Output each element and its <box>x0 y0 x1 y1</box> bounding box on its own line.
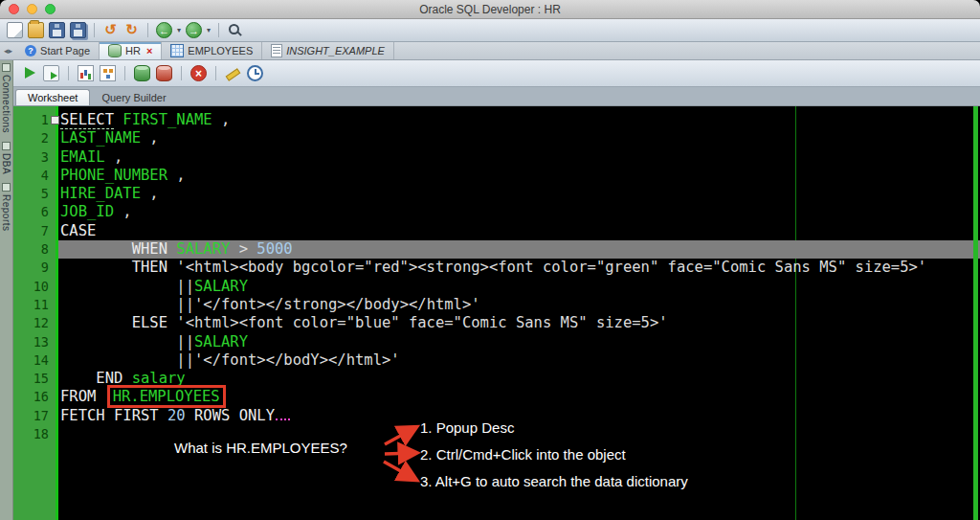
code-text: CASE <box>56 222 980 240</box>
new-file-icon[interactable] <box>7 22 23 38</box>
code-text: ||SALARY <box>56 333 980 351</box>
close-tab-icon[interactable]: × <box>146 45 152 57</box>
table-icon <box>170 44 184 57</box>
code-line-12[interactable]: 12 ELSE '<html><font color="blue" face="… <box>13 314 980 332</box>
undo-icon[interactable] <box>102 22 119 38</box>
dropdown-icon[interactable]: ▾ <box>177 26 181 34</box>
code-line-13[interactable]: 13 ||SALARY <box>13 333 980 351</box>
dropdown-icon[interactable]: ▾ <box>207 26 211 34</box>
line-number: 12 <box>13 314 56 332</box>
tab-worksheet[interactable]: Worksheet <box>15 89 90 105</box>
dock-tab-label: Connections <box>1 75 11 133</box>
start-page-icon <box>25 45 36 57</box>
tab-label: INSIGHT_EXAMPLE <box>286 45 385 57</box>
close-window-icon[interactable] <box>9 4 19 14</box>
line-number: 10 <box>13 278 56 296</box>
sql-editor[interactable]: 1SELECT FIRST_NAME ,2LAST_NAME ,3EMAIL ,… <box>13 106 980 520</box>
code-text: THEN '<html><body bgcolor="red"><strong>… <box>56 259 980 277</box>
tab-label: EMPLOYEES <box>188 45 253 57</box>
rollback-icon[interactable] <box>156 65 172 81</box>
run-statement-icon[interactable] <box>21 65 37 81</box>
dock-tab-icon <box>2 63 11 72</box>
toolbar-separator <box>68 66 69 80</box>
dock-tab-reports[interactable]: Reports <box>1 183 11 232</box>
code-line-3[interactable]: 3EMAIL , <box>13 148 980 167</box>
commit-icon[interactable] <box>134 65 150 81</box>
autotrace-icon[interactable] <box>78 65 94 81</box>
line-number: 9 <box>13 259 56 277</box>
code-line-8[interactable]: 8 WHEN SALARY > 5000 <box>13 240 980 259</box>
dock-tab-dba[interactable]: DBA <box>1 142 11 174</box>
code-line-11[interactable]: 11 ||'</font></strong></body></html>' <box>13 296 980 314</box>
code-text: ||SALARY <box>56 278 980 296</box>
line-number: 17 <box>13 407 56 425</box>
worksheet-tab-row: Worksheet Query Builder <box>13 87 980 106</box>
back-icon[interactable] <box>156 22 172 38</box>
code-line-14[interactable]: 14 ||'</font></bodY></html>' <box>13 351 980 370</box>
dock-tab-label: Reports <box>1 194 11 232</box>
tab-hr[interactable]: HR × <box>100 42 162 59</box>
forward-icon[interactable] <box>186 22 202 38</box>
tab-query-builder[interactable]: Query Builder <box>90 90 177 105</box>
line-number: 15 <box>13 370 56 388</box>
dock-tab-label: DBA <box>1 153 11 174</box>
code-text: FROM HR.EMPLOYEES <box>56 388 980 406</box>
code-line-2[interactable]: 2LAST_NAME , <box>13 129 980 147</box>
code-line-17[interactable]: 17FETCH FIRST 20 ROWS ONLY <box>13 407 980 425</box>
database-icon <box>108 44 122 57</box>
main-toolbar: ▾▾ <box>0 19 980 42</box>
code-line-4[interactable]: 4PHONE_NUMBER , <box>13 167 980 185</box>
window-controls <box>9 4 56 14</box>
code-text <box>56 425 980 443</box>
save-icon[interactable] <box>49 22 65 38</box>
line-number: 4 <box>13 167 56 185</box>
code-text: HIRE_DATE , <box>56 185 980 203</box>
tab-insight-example[interactable]: INSIGHT_EXAMPLE <box>262 42 394 59</box>
code-text: ||'</font></bodY></html>' <box>56 351 980 370</box>
code-line-10[interactable]: 10 ||SALARY <box>13 278 980 296</box>
editor-left-bar <box>56 106 58 520</box>
title-bar: Oracle SQL Developer : HR <box>0 0 980 19</box>
history-icon[interactable] <box>247 65 263 81</box>
open-folder-icon[interactable] <box>28 22 44 38</box>
code-line-1[interactable]: 1SELECT FIRST_NAME , <box>13 111 980 129</box>
editor-scrollbar[interactable] <box>973 106 978 520</box>
worksheet-file-icon <box>271 44 282 57</box>
line-number: 7 <box>13 222 56 240</box>
cancel-icon[interactable] <box>190 65 207 81</box>
tab-list-icon[interactable]: ◂▸ <box>0 42 16 59</box>
zoom-window-icon[interactable] <box>45 4 56 14</box>
explain-plan-icon[interactable] <box>100 65 116 81</box>
code-text: FETCH FIRST 20 ROWS ONLY <box>56 407 980 425</box>
code-line-5[interactable]: 5HIRE_DATE , <box>13 185 980 203</box>
tab-start-page[interactable]: Start Page <box>16 42 100 59</box>
tab-label: HR <box>125 45 141 57</box>
run-script-icon[interactable] <box>43 65 59 81</box>
code-line-16[interactable]: 16FROM HR.EMPLOYEES <box>13 388 980 406</box>
code-text: LAST_NAME , <box>56 129 980 147</box>
redo-icon[interactable] <box>123 22 140 38</box>
code-text: JOB_ID , <box>56 203 980 221</box>
worksheet-toolbar-icons <box>21 65 263 81</box>
minimize-window-icon[interactable] <box>27 4 37 14</box>
toolbar-separator <box>218 23 219 37</box>
line-number: 18 <box>13 425 56 443</box>
code-text: ELSE '<html><font color="blue" face="Com… <box>56 314 980 332</box>
code-line-18[interactable]: 18 <box>13 425 980 443</box>
line-number: 6 <box>13 203 56 221</box>
dock-tab-connections[interactable]: Connections <box>1 63 11 133</box>
save-all-icon[interactable] <box>70 22 86 38</box>
search-db-icon[interactable] <box>227 22 243 38</box>
toolbar-separator <box>94 23 95 37</box>
code-line-6[interactable]: 6JOB_ID , <box>13 203 980 221</box>
tab-employees[interactable]: EMPLOYEES <box>162 42 262 59</box>
code-text: WHEN SALARY > 5000 <box>56 240 980 259</box>
fold-marker-icon[interactable] <box>51 116 59 124</box>
code-line-7[interactable]: 7CASE <box>13 222 980 240</box>
worksheet-toolbar <box>13 60 980 87</box>
clear-icon[interactable] <box>225 65 241 81</box>
toolbar-separator <box>147 23 148 37</box>
toolbar-separator <box>181 66 182 80</box>
main-toolbar-icons: ▾▾ <box>7 22 243 38</box>
code-line-9[interactable]: 9 THEN '<html><body bgcolor="red"><stron… <box>13 259 980 277</box>
